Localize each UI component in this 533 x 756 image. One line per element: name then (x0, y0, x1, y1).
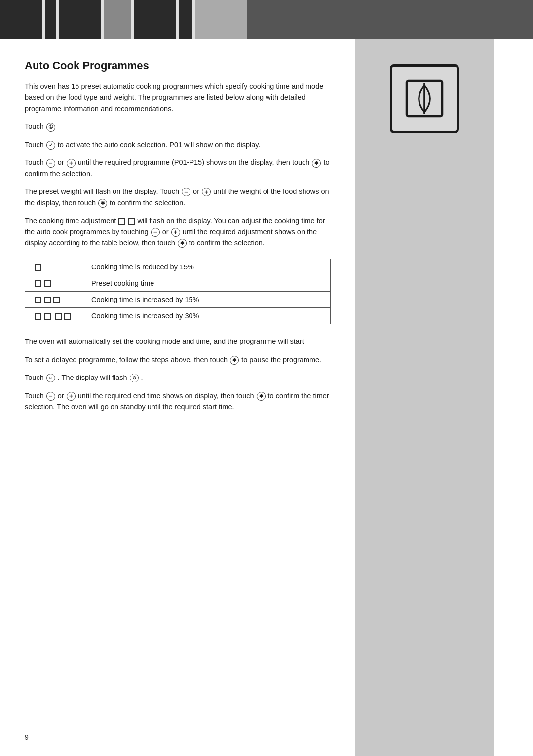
book-icon-container (390, 64, 459, 133)
sq-single (35, 264, 41, 271)
instruction-step5: The cooking time adjustment will flash o… (25, 215, 331, 248)
delayed-step2-text: . The display will flash (58, 374, 129, 381)
table-cell-description: Cooking time is increased by 30% (84, 308, 331, 324)
table-cell-description: Cooking time is increased by 15% (84, 291, 331, 307)
delayed-step3-paragraph: Touch − or + until the required end time… (25, 390, 331, 413)
sq-q3 (55, 313, 62, 320)
step4-text3: to confirm the selection. (110, 199, 185, 207)
circle-confirm-icon-4: ✱ (257, 392, 266, 401)
circle-confirm-icon-3: ✱ (178, 239, 187, 248)
step5-or: or (162, 228, 171, 236)
bar-block-5 (134, 0, 176, 39)
table-cell-symbol (25, 291, 84, 307)
bar-block-2 (45, 0, 56, 39)
circle-confirm-icon-1: ✱ (312, 159, 321, 168)
sq-q1 (35, 313, 41, 320)
delayed-text1: To set a delayed programme, follow the s… (25, 356, 229, 364)
step3-text1: until the required programme (P01-P15) s… (78, 158, 312, 166)
right-sidebar (355, 39, 494, 756)
instruction-step3: Touch − or + until the required programm… (25, 157, 331, 179)
circle-1-icon: ① (46, 123, 55, 132)
triple-square-symbol (34, 297, 61, 303)
table-cell-description: Preset cooking time (84, 275, 331, 291)
step1-touch-label: Touch (25, 122, 44, 130)
step2-touch-label: Touch (25, 141, 44, 149)
instruction-step2: Touch ✓ to activate the auto cook select… (25, 139, 331, 150)
sq1 (118, 218, 125, 225)
page-layout: Auto Cook Programmes This oven has 15 pr… (0, 39, 533, 756)
bar-block-6 (179, 0, 192, 39)
bar-block-4 (104, 0, 131, 39)
sq-d2 (44, 280, 51, 287)
sq-t3 (53, 297, 60, 303)
table-cell-symbol (25, 275, 84, 291)
instruction-step4: The preset weight will flash on the disp… (25, 186, 331, 208)
table-cell-symbol (25, 259, 84, 275)
cooking-time-table: Cooking time is reduced by 15% Preset co… (25, 259, 331, 325)
step4-text1: The preset weight will flash on the disp… (25, 188, 179, 195)
circle-plus-icon-3: + (171, 228, 180, 237)
circle-minus-icon-2: − (182, 188, 190, 196)
delayed-step2-touch: Touch (25, 374, 46, 381)
intro-paragraph: This oven has 15 preset automatic cookin… (25, 81, 331, 114)
sq-q2 (44, 313, 51, 320)
circle-confirm-icon-2: ✱ (98, 199, 107, 208)
sq-t1 (35, 297, 41, 303)
table-row: Cooking time is increased by 30% (25, 308, 331, 324)
sq-q4 (64, 313, 71, 320)
step5-text1: The cooking time adjustment (25, 217, 118, 225)
circle-pause-icon: ✱ (230, 356, 239, 365)
sq2 (128, 218, 135, 225)
page-number: 9 (25, 733, 29, 741)
step5-text4: to confirm the selection. (189, 239, 265, 247)
sq-t2 (44, 297, 51, 303)
clock-icon: ⊙ (130, 374, 139, 382)
circle-minus-icon-1: − (46, 159, 55, 168)
bar-block-3 (59, 0, 101, 39)
step3-or-1: or (58, 158, 66, 166)
bar-block-right (247, 0, 533, 39)
table-row: Cooking time is reduced by 15% (25, 259, 331, 275)
table-cell-symbol (25, 308, 84, 324)
instruction-step1: Touch ① (25, 121, 331, 132)
circle-check-icon: ✓ (46, 141, 55, 150)
delayed-step3-or: or (58, 392, 66, 400)
double-square-icon (118, 218, 135, 225)
circle-minus-icon-3: − (151, 228, 160, 237)
delayed-step2-end: . (141, 374, 143, 381)
auto-note-paragraph: The oven will automatically set the cook… (25, 336, 331, 347)
table-cell-description: Cooking time is reduced by 15% (84, 259, 331, 275)
double-square-symbol (34, 280, 51, 287)
step4-or: or (193, 188, 201, 195)
step2-text: to activate the auto cook selection. P01… (58, 141, 261, 149)
section-title: Auto Cook Programmes (25, 59, 331, 72)
circle-plus-icon-4: + (67, 392, 76, 401)
main-content: Auto Cook Programmes This oven has 15 pr… (0, 39, 355, 756)
circle-minus-icon-4: − (46, 392, 55, 401)
top-decorative-bar (0, 0, 533, 39)
bar-block-1 (0, 0, 42, 39)
delayed-step2-paragraph: Touch ☺ . The display will flash ⊙ . (25, 372, 331, 383)
sq-d1 (35, 280, 41, 287)
table-row: Preset cooking time (25, 275, 331, 291)
quad-square-symbol (34, 313, 72, 320)
circle-plus-icon-1: + (67, 159, 76, 168)
book-icon (402, 76, 447, 121)
circle-plus-icon-2: + (202, 188, 211, 196)
single-square-symbol (34, 264, 42, 271)
circle-smiley-icon: ☺ (46, 374, 55, 382)
delayed-step3-text: until the required end time shows on dis… (78, 392, 256, 400)
delayed-text2: to pause the programme. (241, 356, 321, 364)
bar-block-7 (195, 0, 247, 39)
step3-touch-label: Touch (25, 158, 44, 166)
table-row: Cooking time is increased by 15% (25, 291, 331, 307)
delayed-intro-paragraph: To set a delayed programme, follow the s… (25, 354, 331, 365)
delayed-step3-touch: Touch (25, 392, 46, 400)
